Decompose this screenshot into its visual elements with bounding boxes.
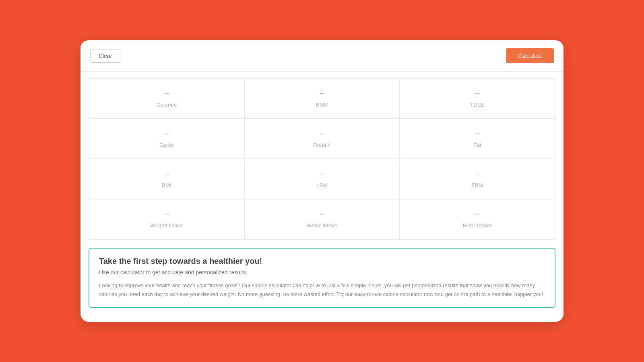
result-cell-fbm: --FBM [400,159,555,199]
result-cell-bmr: --BMR [244,78,400,119]
results-grid: --Calories--BMR--TDEE--Carbs--Protein--F… [89,78,555,240]
result-label-bmi: BMI [162,182,171,188]
info-title: Take the first step towards a healthier … [99,257,545,266]
result-value-fiber-intake: -- [475,210,480,218]
result-label-protein: Protein [313,142,330,148]
result-value-bmi: -- [164,170,169,178]
result-value-fbm: -- [475,170,480,178]
result-value-calories: -- [164,89,169,98]
result-value-water-intake: -- [320,210,324,218]
clear-button[interactable]: Clear [90,49,120,63]
result-cell-carbs: --Carbs [89,119,244,159]
result-value-carbs: -- [164,130,169,138]
result-label-tdee: TDEE [470,102,485,108]
result-label-water-intake: Water Intake [307,222,338,228]
result-value-weight-class: -- [164,210,169,218]
result-cell-water-intake: --Water Intake [244,199,400,239]
result-label-bmr: BMR [316,102,328,108]
result-label-weight-class: Weight Class [151,222,183,228]
main-card: Clear Calculate --Calories--BMR--TDEE--C… [80,40,564,322]
result-value-fat: -- [475,130,480,138]
result-cell-tdee: --TDEE [400,78,555,119]
result-label-fiber-intake: Fiber Intake [463,222,492,228]
result-cell-protein: --Protein [244,119,400,159]
result-value-protein: -- [320,130,324,138]
result-cell-lbm: --LBM [244,159,400,199]
result-cell-weight-class: --Weight Class [89,199,244,239]
result-value-lbm: -- [320,170,324,178]
result-cell-fiber-intake: --Fiber Intake [400,199,555,239]
result-label-fat: Fat [473,142,481,148]
toolbar: Clear Calculate [80,40,564,72]
result-cell-fat: --Fat [400,119,555,159]
result-label-lbm: LBM [316,182,328,188]
result-label-carbs: Carbs [159,142,174,148]
result-label-fbm: FBM [472,182,483,188]
result-label-calories: Calories [157,102,177,108]
result-cell-bmi: --BMI [89,159,244,199]
result-value-tdee: -- [475,89,480,98]
calculate-button[interactable]: Calculate [506,48,554,63]
result-value-bmr: -- [320,89,324,98]
info-box: Take the first step towards a healthier … [89,248,555,308]
info-subtitle: Use our calculator to get accurate and p… [99,269,545,276]
result-cell-calories: --Calories [89,78,244,119]
info-body: Looking to improve your health and reach… [99,281,545,299]
